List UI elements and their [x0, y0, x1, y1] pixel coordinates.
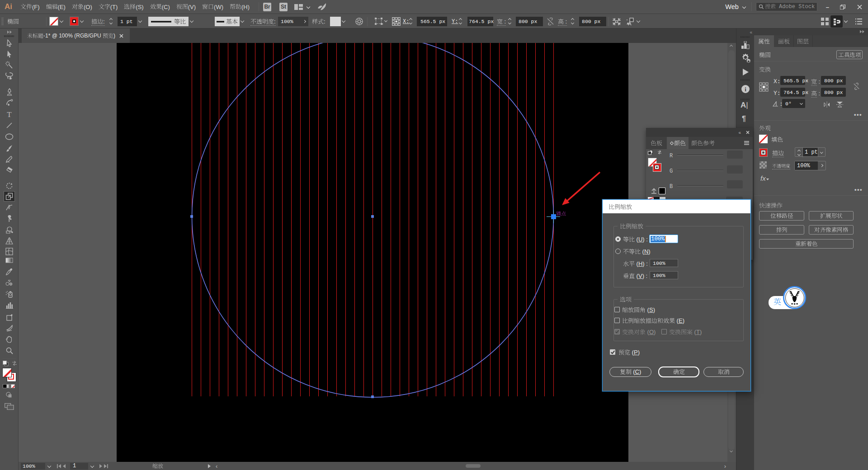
svg-text:T: T: [7, 111, 12, 118]
svg-text:i: i: [745, 86, 746, 93]
